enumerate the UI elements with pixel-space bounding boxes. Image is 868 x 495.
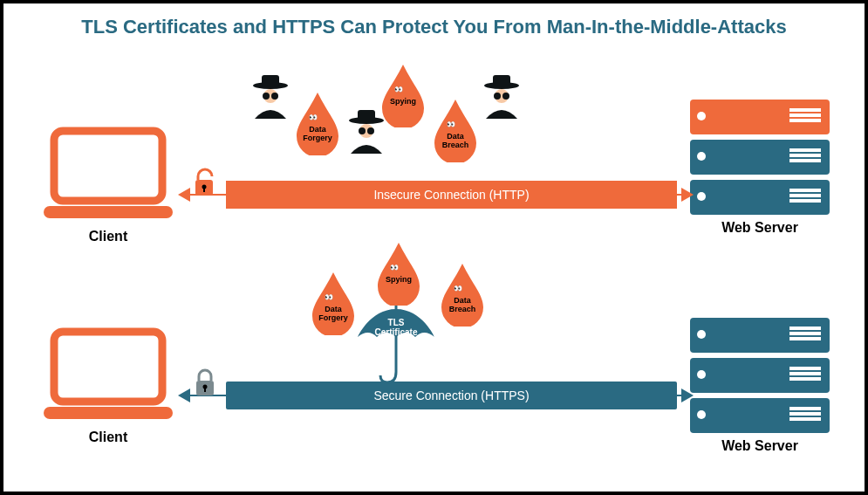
threat-drop-spying: 👀 Spying — [374, 243, 423, 306]
client-label: Client — [38, 229, 178, 244]
svg-rect-4 — [203, 188, 205, 192]
umbrella-icon — [352, 302, 440, 393]
server-icon — [690, 398, 830, 433]
svg-point-13 — [359, 127, 366, 134]
server-label: Web Server — [690, 438, 830, 454]
spy-icon — [248, 73, 293, 119]
open-lock-icon — [194, 168, 218, 203]
client-label: Client — [38, 430, 178, 445]
threat-drop-forgery: 👀 Data Forgery — [309, 272, 358, 335]
threat-drop-breach: 👀 Data Breach — [431, 100, 480, 162]
svg-point-14 — [367, 127, 374, 134]
svg-rect-11 — [358, 110, 375, 120]
svg-point-8 — [263, 93, 270, 100]
secure-connection-bar: Secure Connection (HTTPS) — [226, 382, 677, 409]
svg-rect-1 — [44, 206, 173, 218]
threat-drop-breach: 👀 Data Breach — [438, 264, 487, 327]
svg-rect-0 — [54, 131, 162, 201]
svg-rect-21 — [44, 407, 173, 419]
arrow-right-icon — [681, 388, 694, 402]
laptop-icon — [38, 126, 178, 222]
threat-label: Data Forgery — [293, 126, 342, 143]
secure-row: Client Web Server Secure Connection (HTT… — [3, 257, 865, 475]
server-label: Web Server — [690, 220, 830, 236]
server-icon — [690, 140, 830, 175]
insecure-connection-bar: Insecure Connection (HTTP) — [226, 181, 677, 209]
svg-point-19 — [502, 93, 509, 100]
threat-label: Spying — [374, 276, 423, 285]
server-icon — [690, 100, 830, 134]
svg-rect-20 — [54, 332, 162, 402]
threat-label: Data Breach — [438, 297, 487, 314]
server-icon — [690, 180, 830, 215]
svg-point-18 — [494, 93, 501, 100]
threat-label: Data Breach — [431, 133, 480, 150]
insecure-row: Client Web Server Insecure Connection (H… — [3, 65, 865, 274]
arrow-left-icon — [178, 388, 190, 402]
page-title: TLS Certificates and HTTPS Can Protect Y… — [3, 3, 865, 45]
client-laptop-insecure: Client — [38, 126, 178, 244]
arrow-left-icon — [178, 188, 190, 202]
spy-icon — [479, 73, 524, 119]
svg-rect-6 — [262, 75, 279, 86]
threat-label: Spying — [379, 98, 427, 107]
svg-rect-16 — [493, 75, 510, 86]
diagram-frame: TLS Certificates and HTTPS Can Protect Y… — [0, 0, 868, 495]
server-icon — [690, 318, 830, 353]
server-icon — [690, 358, 830, 393]
laptop-icon — [38, 327, 178, 423]
closed-lock-icon — [194, 368, 216, 402]
web-server-secure: Web Server — [690, 318, 830, 454]
threat-drop-spying: 👀 Spying — [379, 65, 427, 127]
svg-point-9 — [271, 93, 278, 100]
arrow-right-icon — [681, 188, 694, 202]
threat-drop-forgery: 👀 Data Forgery — [293, 93, 342, 155]
svg-rect-24 — [204, 388, 206, 392]
umbrella-label: TLS Certificate — [366, 318, 427, 337]
threat-label: Data Forgery — [309, 306, 358, 323]
client-laptop-secure: Client — [38, 327, 178, 445]
web-server-insecure: Web Server — [690, 100, 830, 236]
